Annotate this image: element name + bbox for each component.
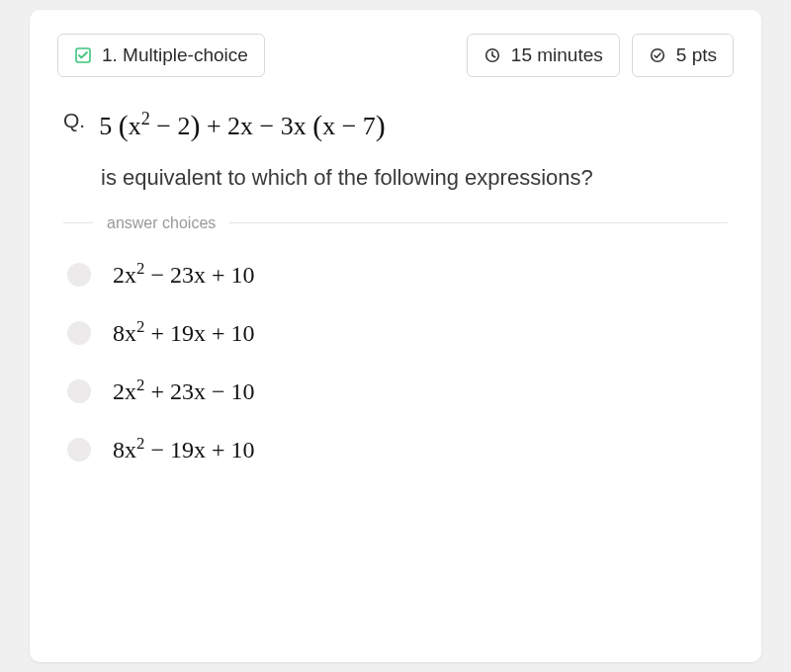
divider-line (63, 222, 93, 223)
divider-line (229, 222, 728, 223)
radio-icon[interactable] (67, 321, 91, 345)
question-type-pill[interactable]: 1. Multiple-choice (57, 34, 265, 77)
clock-icon (483, 46, 501, 64)
choice-text: 2x2 + 23x − 10 (113, 378, 254, 405)
question-type-label: 1. Multiple-choice (102, 44, 248, 66)
answer-choice[interactable]: 8x2 − 19x + 10 (57, 421, 734, 479)
question-expression-row: Q. 5 (x2 − 2) + 2x − 3x (x − 7) (57, 105, 734, 145)
answer-choice[interactable]: 2x2 − 23x + 10 (57, 246, 734, 304)
points-label: 5 pts (676, 44, 717, 66)
choice-text: 8x2 − 19x + 10 (113, 437, 254, 463)
time-label: 15 minutes (511, 44, 603, 66)
radio-icon[interactable] (67, 438, 91, 462)
choice-text: 2x2 − 23x + 10 (113, 262, 254, 289)
answer-choice[interactable]: 2x2 + 23x − 10 (57, 363, 734, 421)
question-prefix: Q. (63, 105, 85, 145)
points-pill[interactable]: 5 pts (632, 34, 734, 77)
choices-divider: answer choices (63, 214, 728, 232)
question-prompt: is equivalent to which of the following … (57, 165, 734, 191)
question-card: 1. Multiple-choice 15 minutes 5 pts (30, 10, 761, 662)
choices-heading: answer choices (107, 214, 216, 232)
question-expression: 5 (x2 − 2) + 2x − 3x (x − 7) (99, 105, 386, 145)
answer-choice[interactable]: 8x2 + 19x + 10 (57, 304, 734, 363)
radio-icon[interactable] (67, 379, 91, 403)
time-pill[interactable]: 15 minutes (467, 34, 620, 77)
choice-text: 8x2 + 19x + 10 (113, 320, 254, 347)
question-header: 1. Multiple-choice 15 minutes 5 pts (57, 34, 734, 77)
radio-icon[interactable] (67, 263, 91, 287)
checkbox-icon (74, 46, 92, 64)
check-circle-icon (649, 46, 666, 64)
